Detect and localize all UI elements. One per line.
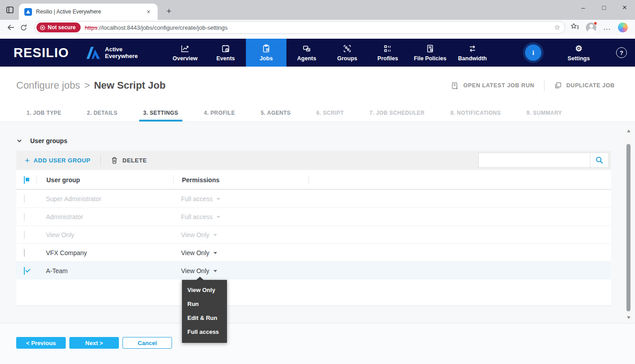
refresh-icon[interactable] — [17, 21, 30, 34]
delete-label: DELETE — [122, 157, 147, 164]
step-script[interactable]: 6. SCRIPT — [317, 104, 344, 121]
file-policies-icon — [426, 44, 435, 53]
wizard-footer: < Previous Next > Cancel — [16, 337, 172, 349]
nav-label: File Policies — [414, 55, 446, 62]
nav-item-profiles[interactable]: Profiles — [367, 39, 408, 67]
search-button[interactable] — [590, 153, 609, 168]
search-input[interactable] — [478, 153, 590, 168]
menu-item-run[interactable]: Run — [182, 297, 227, 311]
nav-label: Settings — [567, 55, 590, 62]
profile-avatar[interactable] — [586, 22, 596, 33]
copilot-icon[interactable] — [618, 22, 628, 32]
add-user-group-button[interactable]: + ADD USER GROUP — [25, 156, 91, 165]
table-row: View Only View Only — [16, 225, 611, 243]
cancel-button[interactable]: Cancel — [122, 337, 172, 349]
scroll-up-arrow[interactable] — [625, 128, 632, 134]
toolbar-divider — [100, 154, 101, 166]
content-scrollbar[interactable] — [625, 128, 632, 320]
bookmark-star-icon[interactable]: ☆ — [554, 23, 560, 31]
close-icon[interactable]: × — [614, 0, 635, 15]
permission-dropdown[interactable]: Full access — [173, 195, 308, 202]
next-button[interactable]: Next > — [69, 337, 119, 349]
caret-down-icon — [217, 216, 220, 218]
row-checkbox[interactable] — [24, 213, 25, 221]
browser-tab[interactable]: Resilio | Active Everywhere × — [19, 4, 158, 20]
previous-button[interactable]: < Previous — [16, 337, 66, 349]
browser-tab-strip: Resilio | Active Everywhere × + – □ × — [0, 0, 635, 20]
tab-close-icon[interactable]: × — [145, 7, 152, 16]
url-rest: ://localhost:8443/jobs/configure/create/… — [97, 24, 227, 31]
chrome-page-gap — [0, 35, 635, 39]
nav-item-bandwidth[interactable]: Bandwidth — [452, 39, 493, 67]
table-row: Super Administrator Full access — [16, 189, 611, 207]
nav-item-events[interactable]: Events — [205, 39, 246, 67]
collections-icon[interactable] — [571, 23, 579, 32]
page-header: Configure jobs > New Script Job OPEN LAT… — [0, 67, 635, 104]
step-details[interactable]: 2. DETAILS — [87, 104, 118, 121]
settings-content: User groups + ADD USER GROUP DELETE User… — [0, 122, 635, 364]
nav-item-jobs[interactable]: Jobs — [246, 39, 286, 67]
nav-item-groups[interactable]: Groups — [327, 39, 367, 67]
step-job-type[interactable]: 1. JOB TYPE — [27, 104, 61, 121]
permission-value: Full access — [181, 195, 213, 202]
group-name: VFX Company — [36, 249, 173, 256]
column-header-user-group[interactable]: User group — [36, 176, 173, 184]
scroll-thumb[interactable] — [626, 144, 630, 311]
settings-gear-icon: ⚙ — [575, 44, 582, 53]
nav-item-overview[interactable]: Overview — [165, 39, 205, 67]
permission-dropdown[interactable]: Full access — [173, 213, 308, 220]
menu-item-full-access[interactable]: Full access — [182, 325, 227, 339]
table-toolbar: + ADD USER GROUP DELETE — [16, 151, 611, 170]
permission-dropdown[interactable]: View Only — [173, 249, 308, 256]
caret-down-icon — [213, 270, 217, 272]
caret-down-icon — [213, 234, 217, 236]
step-notifications[interactable]: 8. NOTIFICATIONS — [450, 104, 501, 121]
group-name: View Only — [36, 231, 173, 238]
permission-dropdown[interactable]: View Only — [173, 231, 308, 238]
delete-button[interactable]: DELETE — [111, 157, 147, 164]
step-profile[interactable]: 4. PROFILE — [204, 104, 235, 121]
back-icon[interactable] — [5, 21, 17, 34]
table-header-row: User group Permissions — [16, 171, 611, 189]
nav-item-agents[interactable]: Agents — [286, 39, 327, 67]
duplicate-job-button[interactable]: DUPLICATE JOB — [554, 82, 615, 89]
new-tab-icon[interactable]: + — [163, 6, 175, 16]
table-row: VFX Company View Only — [16, 243, 611, 261]
info-icon[interactable]: i — [525, 45, 541, 61]
open-job-run-icon — [451, 82, 459, 90]
address-bar[interactable]: Not secure https://localhost:8443/jobs/c… — [34, 21, 565, 34]
column-header-permissions[interactable]: Permissions — [174, 176, 308, 184]
step-job-scheduler[interactable]: 7. JOB SCHEDULER — [369, 104, 424, 121]
permission-dropdown[interactable]: View Only — [173, 267, 308, 274]
step-settings[interactable]: 3. SETTINGS — [143, 104, 178, 121]
step-summary[interactable]: 9. SUMMARY — [526, 104, 562, 121]
menu-item-edit-run[interactable]: Edit & Run — [182, 311, 227, 325]
nav-items: Overview Events Jobs Agents Groups Profi… — [165, 39, 493, 67]
maximize-icon[interactable]: □ — [594, 0, 614, 15]
open-latest-job-run-button[interactable]: OPEN LATEST JOB RUN — [451, 82, 535, 90]
url-text[interactable]: https://localhost:8443/jobs/configure/cr… — [85, 24, 554, 31]
menu-item-view-only[interactable]: View Only — [182, 283, 227, 297]
step-agents[interactable]: 5. AGENTS — [261, 104, 291, 121]
permissions-menu: View Only Run Edit & Run Full access — [182, 280, 227, 343]
more-options-icon[interactable]: … — [603, 23, 611, 32]
help-icon[interactable]: ? — [616, 47, 627, 58]
scroll-down-arrow[interactable] — [625, 315, 632, 320]
user-groups-section-header[interactable]: User groups — [16, 122, 611, 144]
add-label: ADD USER GROUP — [34, 157, 91, 164]
workspaces-icon[interactable] — [4, 4, 16, 16]
row-checkbox[interactable] — [24, 249, 25, 257]
not-secure-badge[interactable]: Not secure — [36, 22, 81, 32]
bandwidth-arrows-icon — [468, 44, 477, 53]
top-nav-right: i ⚙ Settings ? — [525, 39, 627, 67]
nav-item-settings[interactable]: ⚙ Settings — [561, 39, 596, 67]
nav-item-file-policies[interactable]: File Policies — [408, 39, 452, 67]
row-checkbox[interactable] — [24, 267, 25, 275]
row-checkbox[interactable] — [24, 231, 25, 239]
action-label: DUPLICATE JOB — [566, 82, 615, 89]
minimize-icon[interactable]: – — [573, 0, 594, 15]
row-checkbox[interactable] — [24, 195, 25, 203]
breadcrumb-parent[interactable]: Configure jobs — [16, 80, 80, 91]
select-all-checkbox[interactable] — [24, 176, 25, 184]
active-everywhere-logo — [86, 46, 100, 59]
